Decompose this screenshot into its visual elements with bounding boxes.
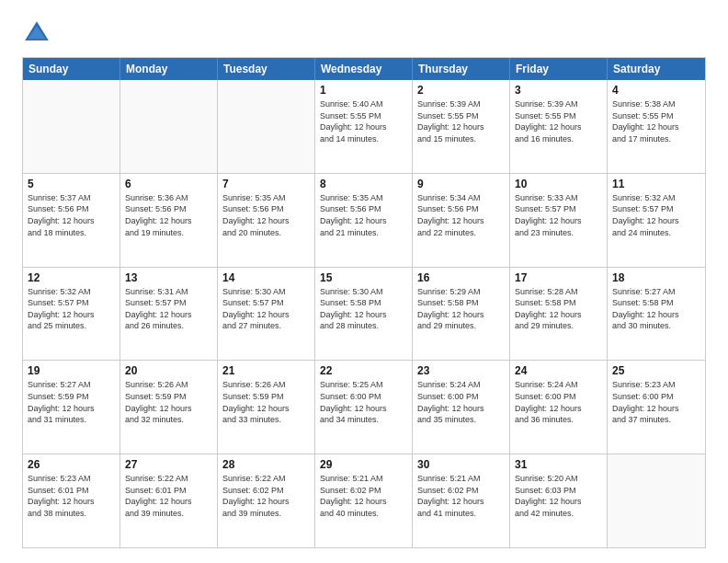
cell-details: Sunrise: 5:38 AM Sunset: 5:55 PM Dayligh… xyxy=(612,98,700,144)
day-number: 28 xyxy=(222,458,310,471)
weekday-header: Friday xyxy=(510,58,608,80)
calendar-cell: 22Sunrise: 5:25 AM Sunset: 6:00 PM Dayli… xyxy=(315,361,413,454)
cell-details: Sunrise: 5:28 AM Sunset: 5:58 PM Dayligh… xyxy=(515,286,602,332)
calendar-cell: 9Sunrise: 5:34 AM Sunset: 5:56 PM Daylig… xyxy=(413,174,510,267)
day-number: 23 xyxy=(417,364,505,377)
day-number: 21 xyxy=(222,364,310,377)
cell-details: Sunrise: 5:27 AM Sunset: 5:59 PM Dayligh… xyxy=(28,379,115,425)
calendar-cell: 5Sunrise: 5:37 AM Sunset: 5:56 PM Daylig… xyxy=(23,174,120,267)
day-number: 15 xyxy=(320,271,407,284)
calendar-body: 1Sunrise: 5:40 AM Sunset: 5:55 PM Daylig… xyxy=(23,80,705,547)
calendar-cell: 29Sunrise: 5:21 AM Sunset: 6:02 PM Dayli… xyxy=(315,454,413,547)
weekday-header: Wednesday xyxy=(315,58,413,80)
day-number: 19 xyxy=(28,364,115,377)
logo-icon xyxy=(22,18,51,48)
day-number: 14 xyxy=(222,271,310,284)
day-number: 26 xyxy=(28,458,115,471)
cell-details: Sunrise: 5:20 AM Sunset: 6:03 PM Dayligh… xyxy=(515,473,602,519)
cell-details: Sunrise: 5:21 AM Sunset: 6:02 PM Dayligh… xyxy=(320,473,407,519)
cell-details: Sunrise: 5:35 AM Sunset: 5:56 PM Dayligh… xyxy=(222,192,310,238)
calendar-row: 1Sunrise: 5:40 AM Sunset: 5:55 PM Daylig… xyxy=(23,80,705,173)
day-number: 9 xyxy=(417,178,505,190)
day-number: 1 xyxy=(320,84,407,97)
day-number: 31 xyxy=(515,458,602,471)
logo xyxy=(22,18,55,48)
calendar-cell: 25Sunrise: 5:23 AM Sunset: 6:00 PM Dayli… xyxy=(608,361,705,454)
cell-details: Sunrise: 5:29 AM Sunset: 5:58 PM Dayligh… xyxy=(417,286,505,332)
calendar-cell: 27Sunrise: 5:22 AM Sunset: 6:01 PM Dayli… xyxy=(120,454,218,547)
cell-details: Sunrise: 5:23 AM Sunset: 6:01 PM Dayligh… xyxy=(28,473,115,519)
cell-details: Sunrise: 5:36 AM Sunset: 5:56 PM Dayligh… xyxy=(125,192,212,238)
calendar-header: SundayMondayTuesdayWednesdayThursdayFrid… xyxy=(23,58,705,80)
day-number: 20 xyxy=(125,364,212,377)
weekday-header: Saturday xyxy=(608,58,705,80)
cell-details: Sunrise: 5:35 AM Sunset: 5:56 PM Dayligh… xyxy=(320,192,407,238)
cell-details: Sunrise: 5:26 AM Sunset: 5:59 PM Dayligh… xyxy=(125,379,212,425)
header xyxy=(22,18,706,48)
calendar-cell: 4Sunrise: 5:38 AM Sunset: 5:55 PM Daylig… xyxy=(608,80,705,173)
calendar: SundayMondayTuesdayWednesdayThursdayFrid… xyxy=(22,57,706,548)
calendar-cell: 1Sunrise: 5:40 AM Sunset: 5:55 PM Daylig… xyxy=(315,80,413,173)
weekday-header: Thursday xyxy=(413,58,510,80)
calendar-cell: 15Sunrise: 5:30 AM Sunset: 5:58 PM Dayli… xyxy=(315,268,413,361)
day-number: 24 xyxy=(515,364,602,377)
cell-details: Sunrise: 5:40 AM Sunset: 5:55 PM Dayligh… xyxy=(320,98,407,144)
weekday-header: Sunday xyxy=(23,58,120,80)
calendar-cell: 21Sunrise: 5:26 AM Sunset: 5:59 PM Dayli… xyxy=(218,361,315,454)
cell-details: Sunrise: 5:26 AM Sunset: 5:59 PM Dayligh… xyxy=(222,379,310,425)
cell-details: Sunrise: 5:25 AM Sunset: 6:00 PM Dayligh… xyxy=(320,379,407,425)
cell-details: Sunrise: 5:23 AM Sunset: 6:00 PM Dayligh… xyxy=(612,379,700,425)
cell-details: Sunrise: 5:22 AM Sunset: 6:02 PM Dayligh… xyxy=(222,473,310,519)
calendar-cell xyxy=(23,80,120,173)
day-number: 17 xyxy=(515,271,602,284)
day-number: 5 xyxy=(28,178,115,190)
calendar-row: 26Sunrise: 5:23 AM Sunset: 6:01 PM Dayli… xyxy=(23,454,705,547)
calendar-cell: 6Sunrise: 5:36 AM Sunset: 5:56 PM Daylig… xyxy=(120,174,218,267)
day-number: 12 xyxy=(28,271,115,284)
calendar-cell: 19Sunrise: 5:27 AM Sunset: 5:59 PM Dayli… xyxy=(23,361,120,454)
calendar-cell: 7Sunrise: 5:35 AM Sunset: 5:56 PM Daylig… xyxy=(218,174,315,267)
cell-details: Sunrise: 5:39 AM Sunset: 5:55 PM Dayligh… xyxy=(417,98,505,144)
calendar-cell: 30Sunrise: 5:21 AM Sunset: 6:02 PM Dayli… xyxy=(413,454,510,547)
day-number: 4 xyxy=(612,84,700,97)
cell-details: Sunrise: 5:31 AM Sunset: 5:57 PM Dayligh… xyxy=(125,286,212,332)
day-number: 2 xyxy=(417,84,505,97)
calendar-cell: 26Sunrise: 5:23 AM Sunset: 6:01 PM Dayli… xyxy=(23,454,120,547)
cell-details: Sunrise: 5:32 AM Sunset: 5:57 PM Dayligh… xyxy=(612,192,700,238)
day-number: 8 xyxy=(320,178,407,190)
cell-details: Sunrise: 5:27 AM Sunset: 5:58 PM Dayligh… xyxy=(612,286,700,332)
cell-details: Sunrise: 5:33 AM Sunset: 5:57 PM Dayligh… xyxy=(515,192,602,238)
day-number: 16 xyxy=(417,271,505,284)
day-number: 13 xyxy=(125,271,212,284)
day-number: 29 xyxy=(320,458,407,471)
cell-details: Sunrise: 5:37 AM Sunset: 5:56 PM Dayligh… xyxy=(28,192,115,238)
page: SundayMondayTuesdayWednesdayThursdayFrid… xyxy=(0,0,728,563)
cell-details: Sunrise: 5:39 AM Sunset: 5:55 PM Dayligh… xyxy=(515,98,602,144)
day-number: 10 xyxy=(515,178,602,190)
calendar-cell: 17Sunrise: 5:28 AM Sunset: 5:58 PM Dayli… xyxy=(510,268,608,361)
calendar-cell: 24Sunrise: 5:24 AM Sunset: 6:00 PM Dayli… xyxy=(510,361,608,454)
cell-details: Sunrise: 5:32 AM Sunset: 5:57 PM Dayligh… xyxy=(28,286,115,332)
cell-details: Sunrise: 5:21 AM Sunset: 6:02 PM Dayligh… xyxy=(417,473,505,519)
day-number: 6 xyxy=(125,178,212,190)
day-number: 27 xyxy=(125,458,212,471)
calendar-cell: 20Sunrise: 5:26 AM Sunset: 5:59 PM Dayli… xyxy=(120,361,218,454)
calendar-cell xyxy=(218,80,315,173)
calendar-cell: 18Sunrise: 5:27 AM Sunset: 5:58 PM Dayli… xyxy=(608,268,705,361)
calendar-cell: 12Sunrise: 5:32 AM Sunset: 5:57 PM Dayli… xyxy=(23,268,120,361)
calendar-cell: 23Sunrise: 5:24 AM Sunset: 6:00 PM Dayli… xyxy=(413,361,510,454)
weekday-header: Tuesday xyxy=(218,58,315,80)
calendar-cell: 11Sunrise: 5:32 AM Sunset: 5:57 PM Dayli… xyxy=(608,174,705,267)
day-number: 25 xyxy=(612,364,700,377)
calendar-cell: 8Sunrise: 5:35 AM Sunset: 5:56 PM Daylig… xyxy=(315,174,413,267)
calendar-cell: 28Sunrise: 5:22 AM Sunset: 6:02 PM Dayli… xyxy=(218,454,315,547)
weekday-header: Monday xyxy=(120,58,218,80)
cell-details: Sunrise: 5:24 AM Sunset: 6:00 PM Dayligh… xyxy=(515,379,602,425)
calendar-cell: 16Sunrise: 5:29 AM Sunset: 5:58 PM Dayli… xyxy=(413,268,510,361)
calendar-cell: 14Sunrise: 5:30 AM Sunset: 5:57 PM Dayli… xyxy=(218,268,315,361)
day-number: 3 xyxy=(515,84,602,97)
calendar-cell: 31Sunrise: 5:20 AM Sunset: 6:03 PM Dayli… xyxy=(510,454,608,547)
calendar-cell: 2Sunrise: 5:39 AM Sunset: 5:55 PM Daylig… xyxy=(413,80,510,173)
calendar-row: 5Sunrise: 5:37 AM Sunset: 5:56 PM Daylig… xyxy=(23,173,705,267)
cell-details: Sunrise: 5:22 AM Sunset: 6:01 PM Dayligh… xyxy=(125,473,212,519)
